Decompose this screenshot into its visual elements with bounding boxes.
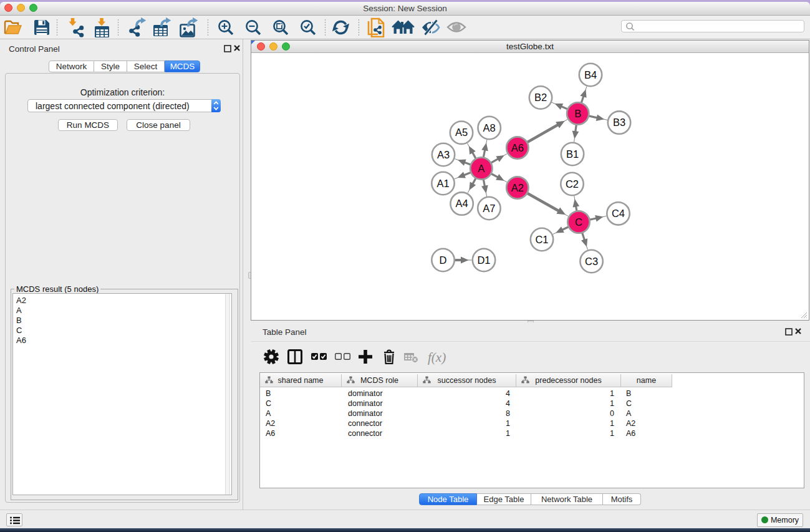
svg-text:A6: A6 xyxy=(511,142,524,153)
svg-text:C1: C1 xyxy=(535,234,548,245)
svg-text:D: D xyxy=(440,254,447,266)
svg-text:C4: C4 xyxy=(612,208,625,219)
svg-text:A2: A2 xyxy=(511,182,524,193)
svg-text:D1: D1 xyxy=(477,254,490,266)
svg-text:A5: A5 xyxy=(455,127,468,138)
svg-text:C3: C3 xyxy=(585,256,598,267)
svg-text:A8: A8 xyxy=(483,122,496,133)
svg-text:A7: A7 xyxy=(483,203,495,214)
svg-text:C2: C2 xyxy=(566,178,579,190)
svg-text:B3: B3 xyxy=(613,117,625,128)
svg-text:f(x): f(x) xyxy=(428,350,446,365)
svg-text:C: C xyxy=(575,216,582,228)
svg-text:A1: A1 xyxy=(436,178,449,189)
svg-text:A4: A4 xyxy=(456,198,468,209)
svg-text:A: A xyxy=(478,163,485,174)
svg-text:B1: B1 xyxy=(566,148,579,160)
svg-text:B4: B4 xyxy=(584,69,597,80)
svg-text:B2: B2 xyxy=(534,92,547,103)
svg-text:B: B xyxy=(574,108,581,119)
svg-text:A3: A3 xyxy=(437,149,450,160)
